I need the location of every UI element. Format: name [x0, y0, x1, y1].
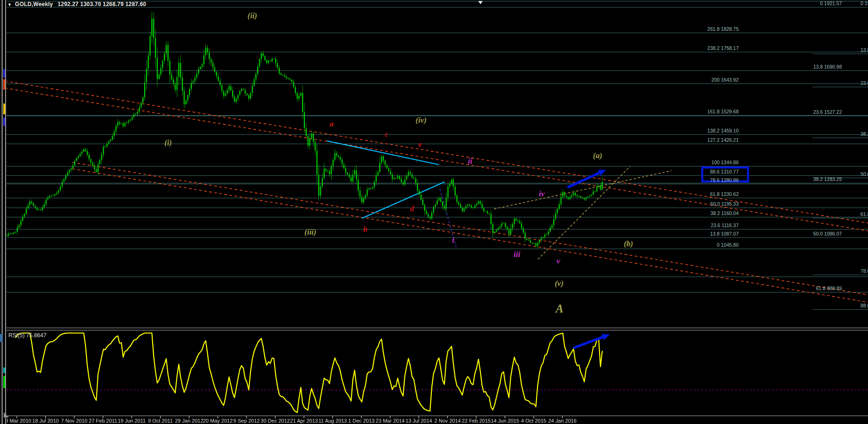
- fib-extension-main-label: 88.6 1310.77: [710, 169, 739, 174]
- fib-extension-main-label: 100 1344.86: [712, 160, 739, 165]
- date-tick-label: 18 Jul 2010: [32, 418, 59, 424]
- date-tick-label: 14 Jun 2015: [491, 418, 519, 424]
- trendline: [327, 141, 439, 165]
- blue-arrow-head: [602, 334, 610, 340]
- trendline: [494, 171, 671, 209]
- fib-extension-main-label: 261.8 1828.75: [707, 26, 739, 32]
- chart-dropdown-icon[interactable]: ▼: [7, 2, 12, 7]
- fib-extension-main-label: 61.8 1230.62: [710, 191, 739, 197]
- wave-label-v: (v): [555, 279, 564, 288]
- wave-label-ii: ii: [468, 157, 472, 166]
- edge-tick-teal: [3, 368, 5, 373]
- wave-label-iv: (iv): [416, 116, 427, 125]
- date-tick-label: 21 Apr 2013: [290, 418, 318, 424]
- fib-extension-main-label: 13.8 1087.07: [710, 231, 739, 236]
- fib-extension-main-label: 23.6 1116.37: [711, 222, 739, 228]
- edge-tick-green: [3, 376, 5, 388]
- fib-extension-main-label: 0 1045.80: [717, 242, 739, 248]
- date-tick-label: 29 Jan 2012: [175, 418, 204, 424]
- chart-title: ▼GOLD,Weekly1292.27 1303.70 1268.79 1287…: [7, 1, 146, 7]
- wave-label-e: e: [418, 140, 422, 149]
- rsi-line: [15, 333, 602, 412]
- rsi-value: 75.8647: [26, 332, 46, 339]
- wave-label-iii: (iii): [304, 228, 317, 237]
- date-tick-label: 13 Jul 2014: [406, 418, 432, 424]
- wave-label-i: (i): [164, 138, 172, 147]
- object-anchor-marker: [478, 1, 483, 4]
- blue-arrow-shaft: [573, 337, 603, 348]
- fib-expansion-long-label: 61.8 888.89: [816, 285, 842, 291]
- edge-tick-blue: [3, 69, 5, 77]
- rsi-indicator-label: RSI(5) 75.8647: [8, 332, 46, 339]
- candlestick-series: [6, 12, 603, 248]
- fib-right-clipped-label: 13.8 17: [861, 47, 868, 53]
- fib-extension-main-label: 78.6 1280.86: [710, 177, 739, 183]
- wave-label-c: c: [385, 130, 388, 139]
- date-tick-label: 23 Mar 2014: [376, 418, 405, 424]
- border-groove: [5, 0, 6, 424]
- wave-label-iii: iii: [514, 250, 520, 259]
- fib-extension-main-label: 50.0 1195.33: [710, 201, 739, 207]
- ohlc-values: 1292.27 1303.70 1268.79 1287.60: [57, 1, 146, 7]
- fib-right-clipped-label: 0 19: [861, 0, 868, 6]
- wave-label-iv: iv: [539, 189, 544, 199]
- fib-extension-main-label: 161.8 1529.68: [707, 109, 739, 114]
- date-tick-label: 22 Feb 2015: [462, 418, 491, 424]
- trendline: [72, 169, 868, 302]
- edge-tick-blue: [3, 118, 5, 126]
- fib-right-clipped-label: 23.6 16: [861, 80, 868, 86]
- fib-right-clipped-label: 88.6 8: [861, 303, 868, 308]
- fib-right-clipped-label: 61.8 11: [861, 211, 868, 217]
- date-tick-label: 27 Feb 2011: [89, 418, 117, 424]
- date-tick-label: 9 Sep 2012: [233, 418, 260, 424]
- date-tick-label: 20 May 2012: [203, 418, 233, 424]
- date-tick-label: 4 Oct 2015: [521, 418, 546, 424]
- date-tick-label: 2 Nov 2014: [434, 418, 460, 424]
- window-left-border: [0, 0, 7, 424]
- date-tick-label: 11 Aug 2013: [318, 418, 347, 424]
- edge-tick-orange: [3, 79, 5, 90]
- symbol-period-label: GOLD,Weekly: [15, 1, 53, 7]
- fib-extension-main-label: 138.2 1459.10: [707, 128, 739, 133]
- date-tick-label: 9 Oct 2011: [148, 418, 173, 424]
- fib-right-clipped-label: 50.0 13: [861, 171, 868, 177]
- fib-right-clipped-label: 38.2 14: [861, 131, 868, 137]
- wave-label-b: b: [363, 225, 367, 234]
- wave-label-A: A: [556, 302, 564, 315]
- fib-extension-main-label: 127.2 1426.21: [707, 137, 739, 143]
- fib-expansion-long-label: 0 1921.57: [820, 0, 842, 6]
- border-groove: [2, 0, 3, 424]
- edge-tick-yellow: [3, 104, 5, 114]
- fib-extension-main-label: 238.2 1758.17: [707, 45, 739, 51]
- wave-label-d: d: [410, 204, 414, 214]
- fib-extension-main-label: 38.2 1160.04: [710, 210, 739, 216]
- wave-label-ii: (ii): [247, 11, 257, 21]
- wave-label-i: i: [452, 236, 454, 245]
- rsi-name: RSI(5): [8, 332, 25, 339]
- wave-label-b: (b): [624, 239, 633, 249]
- mt4-chart-window[interactable]: ▼GOLD,Weekly1292.27 1303.70 1268.79 1287…: [0, 0, 868, 424]
- date-tick-label: 28 Mar 2010: [2, 418, 31, 424]
- pane-resize-handle-icon[interactable]: [4, 412, 9, 417]
- fib-extension-main-label: 200 1643.92: [712, 77, 739, 83]
- fib-expansion-long-label: 38.2 1283.25: [813, 176, 842, 182]
- edge-tick-indicator: [0, 334, 3, 342]
- date-tick-label: 24 Jan 2016: [548, 418, 577, 424]
- date-tick-label: 30 Dec 2012: [261, 418, 289, 424]
- fib-right-clipped-label: 78.6 9: [861, 268, 868, 274]
- wave-label-a: a: [330, 119, 334, 129]
- wave-label-v: v: [557, 257, 560, 266]
- fib-expansion-long-label: 50.0 1086.07: [813, 231, 842, 236]
- wave-label-a: (a): [593, 151, 602, 160]
- date-tick-label: 19 Jun 2011: [118, 418, 146, 424]
- date-tick-label: 1 Dec 2013: [348, 418, 374, 424]
- fib-expansion-long-label: 23.6 1527.22: [813, 109, 842, 115]
- fib-expansion-long-label: 13.8 1690.98: [813, 64, 842, 70]
- date-tick-label: 7 Nov 2010: [61, 418, 87, 424]
